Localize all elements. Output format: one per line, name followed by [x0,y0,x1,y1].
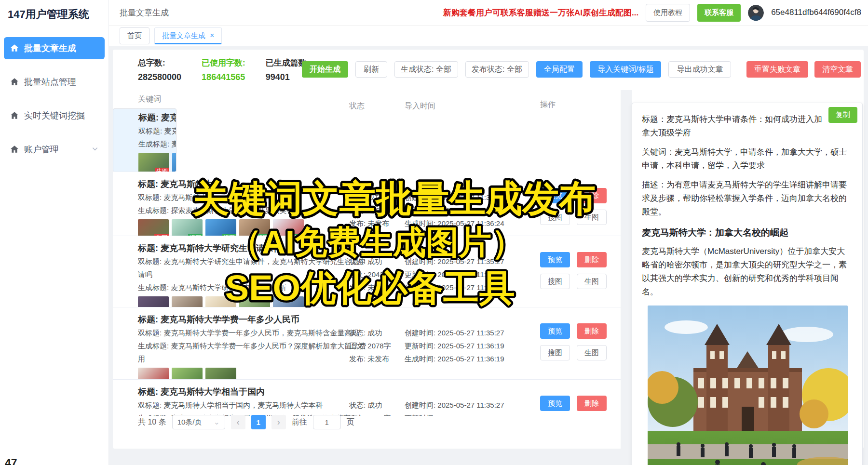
generate-image-button[interactable]: 生图 [577,210,607,225]
corner-partial-text: 47 [5,457,17,465]
status-line: 状态: 成功 [349,399,405,412]
refresh-button[interactable]: 刷新 [355,61,387,78]
generate-image-button[interactable]: 生图 [577,274,607,289]
goto-page-input[interactable] [313,415,341,429]
global-config-button[interactable]: 全局配置 [536,61,583,78]
close-icon[interactable]: × [210,31,214,40]
table-row[interactable]: 标题: 麦克马斯特大学双标题: 麦克马斯特大学生成标题: 探索麦克马斯特大学，迈… [113,172,621,236]
article-thumbnail[interactable]: 搜图 [239,296,270,307]
article-thumbnail[interactable]: 搜图 [205,219,236,236]
contact-support-button[interactable]: 联系客服 [697,4,741,22]
thumbnail-strip: 生图搜图搜图搜图搜图 [138,219,349,236]
preview-body: 麦克马斯特大学（McMasterUniversity）位于加拿大安大略省的哈密尔… [642,245,853,299]
table-header: 关键词 状态 导入时间 操作 [113,90,621,108]
import-keywords-button[interactable]: 导入关键词/标题 [590,61,661,78]
current-page[interactable]: 1 [251,415,266,429]
tab-batch-article[interactable]: 批量文章生成 × [154,27,222,44]
delete-button[interactable]: 删除 [577,188,607,203]
time-line: 更新时间: 2025-05-27 11:36:19 [405,339,540,352]
search-image-button[interactable]: 搜图 [540,274,570,289]
goto-label: 前往 [292,417,307,427]
article-thumbnail[interactable]: 生图 [138,153,169,172]
dual-title: 双标题: 麦克马斯特大学申请条件，麦克马斯特大学相当于国内什么水平 [138,124,176,137]
university-photo [648,306,848,465]
delete-button[interactable]: 删除 [577,396,607,411]
article-title: 标题: 麦克马斯特大学 [138,177,349,191]
next-page-button[interactable]: › [271,415,286,429]
status-line: 状态: 成功 [349,255,405,268]
delete-button[interactable]: 删除 [577,323,607,339]
article-info-cell: 标题: 麦克马斯特大学双标题: 麦克马斯特大学生成标题: 探索麦克马斯特大学，迈… [138,177,349,236]
thumbnail-strip: 生图搜图搜图搜图搜图搜图 [138,153,176,172]
preview-button[interactable]: 预览 [540,188,570,203]
table-row[interactable]: 标题: 麦克马斯特大学研究生申请条件双标题: 麦克马斯特大学研究生申请条件，麦克… [113,236,621,307]
status-line: 发布: 未发布 [349,352,405,365]
article-thumbnail[interactable]: 生图 [138,219,169,236]
preview-button[interactable]: 预览 [540,323,570,339]
prev-page-button[interactable]: ‹ [231,415,245,429]
table-row[interactable]: 标题: 麦克马斯特大学申请条件双标题: 麦克马斯特大学申请条件，麦克马斯特大学相… [113,108,176,172]
danger-buttons: 重置失败文章 清空文章 [746,61,861,78]
export-success-button[interactable]: 导出成功文章 [668,61,731,78]
preview-button[interactable]: 预览 [540,252,570,267]
status-line: 正文: 1761字 [349,204,405,217]
search-image-button[interactable]: 搜图 [540,210,570,225]
clear-articles-button[interactable]: 清空文章 [814,61,861,78]
time-line: 创建时间: 2025-05-27 11:35:27 [405,191,540,204]
tab-label: 首页 [127,31,142,40]
sidebar-item-label: 实时关键词挖掘 [24,110,85,121]
toolbar: 开始生成 刷新 生成状态: 全部 发布状态: 全部 全局配置 导入关键词/标题 … [302,61,731,78]
top-header: 批量文章生成 新购套餐用户可联系客服赠送一万张AI原创生成配图... 使用教程 … [109,0,868,26]
page-size-select[interactable]: 10条/页 ⌄ [172,415,225,429]
main-content: 总字数: 282580000 已使用字数: 186441565 已生成篇数: 9… [109,46,868,465]
article-title: 标题: 麦克马斯特大学申请条件 [138,111,176,124]
page-size-value: 10条/页 [177,418,202,427]
time-line: 生成时间: 2025-05-27 11:36:19 [405,352,540,365]
table-row[interactable]: 标题: 麦克马斯特大学学费一年多少人民币双标题: 麦克马斯特大学学费一年多少人民… [113,307,621,380]
tab-label: 批量文章生成 [162,31,205,40]
avatar[interactable] [748,5,764,21]
stat-label: 已使用字数: [202,57,245,68]
generate-image-button[interactable]: 生图 [577,345,607,360]
tab-home[interactable]: 首页 [120,27,149,44]
status-line: 状态: 成功 [349,191,405,204]
dual-title: 双标题: 麦克马斯特大学学费一年多少人民币，麦克马斯特含金量高吗 [138,326,369,339]
time-line: 生成时间: 2025-05-27 11:36:23 [405,281,540,294]
article-thumbnail[interactable]: 搜图 [205,296,236,307]
reset-failed-button[interactable]: 重置失败文章 [746,61,808,78]
table-row[interactable]: 标题: 麦克马斯特大学相当于国内双标题: 麦克马斯特大学相当于国内，麦克马斯特大… [113,380,621,416]
time-cell: 创建时间: 2025-05-27 11:35:27更新时间: 2025-05-2… [405,241,540,307]
article-thumbnail[interactable]: 搜图 [172,296,203,307]
article-thumbnail[interactable]: 搜图 [273,219,304,236]
stat-total-words: 总字数: 282580000 [138,57,181,82]
preview-button[interactable]: 预览 [540,396,570,411]
sidebar-item-keyword-mining[interactable]: 实时关键词挖掘 [4,105,105,127]
copy-button[interactable]: 复制 [828,107,857,123]
article-thumbnail[interactable]: 搜图 [172,219,203,236]
thumbnail-strip: 生图搜图搜图搜图搜图 [138,296,349,307]
sidebar-item-account[interactable]: 账户管理 [4,138,105,160]
article-thumbnail[interactable]: 搜图 [172,153,176,172]
publish-status-select[interactable]: 发布状态: 全部 [465,61,529,78]
tutorial-button[interactable]: 使用教程 [646,4,690,22]
article-thumbnail[interactable]: 生图 [138,296,169,307]
dual-title: 双标题: 麦克马斯特大学研究生申请条件，麦克马斯特大学研究生容易申请吗 [138,255,369,281]
generate-status-select[interactable]: 生成状态: 全部 [394,61,458,78]
article-thumbnail[interactable]: 搜图 [205,368,236,380]
search-image-button[interactable]: 搜图 [540,345,570,360]
time-line: 更新时间: 2025-05-27 11:36:13 [405,412,540,416]
stat-value: 186441565 [202,72,245,82]
article-thumbnail[interactable]: 搜图 [172,368,203,380]
start-generate-button[interactable]: 开始生成 [302,61,348,78]
home-icon [10,78,19,86]
delete-button[interactable]: 删除 [577,252,607,267]
generated-title: 生成标题: 探索麦克马斯特大学，迈向世界顶尖学府 [138,204,369,217]
sidebar-item-batch-article[interactable]: 批量文章生成 [4,37,105,59]
preview-heading: 麦克马斯特大学：加拿大名校的崛起 [642,226,853,239]
sidebar-item-batch-site[interactable]: 批量站点管理 [4,71,105,93]
article-thumbnail[interactable]: 搜图 [273,296,304,307]
status-line: 发布: 未发布 [349,217,405,230]
preview-description: 描述：为有意申请麦克马斯特大学的学生详细讲解申请要求及步骤，帮助你轻松掌握入学条… [642,178,853,219]
article-thumbnail[interactable]: 生图 [138,368,169,380]
article-thumbnail[interactable]: 搜图 [239,219,270,236]
